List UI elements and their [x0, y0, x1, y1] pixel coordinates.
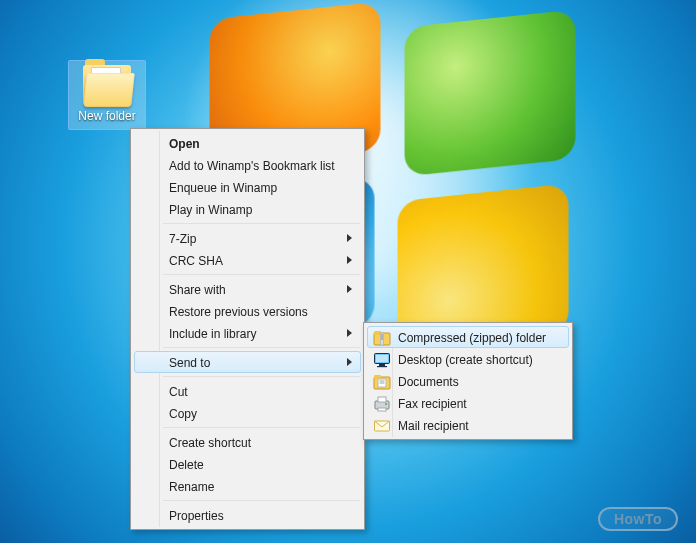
menu-send-to[interactable]: Send to	[134, 351, 361, 373]
documents-icon	[373, 373, 391, 391]
watermark-label: HowTo	[614, 511, 662, 527]
menu-label: Cut	[169, 385, 188, 399]
menu-open-label: Open	[169, 137, 200, 151]
fax-icon	[373, 395, 391, 413]
menu-label: Enqueue in Winamp	[169, 181, 277, 195]
menu-properties[interactable]: Properties	[134, 504, 361, 526]
submenu-label: Fax recipient	[398, 397, 467, 411]
menu-separator	[163, 376, 360, 377]
submenu-label: Documents	[398, 375, 459, 389]
menu-label: Include in library	[169, 327, 256, 341]
menu-separator	[163, 347, 360, 348]
submenu-desktop-shortcut[interactable]: Desktop (create shortcut)	[367, 348, 569, 370]
desktop-background[interactable]: New folder Open Add to Winamp's Bookmark…	[0, 0, 696, 543]
menu-label: 7-Zip	[169, 232, 196, 246]
submenu-arrow-icon	[347, 285, 352, 293]
desktop-icon-label: New folder	[71, 109, 143, 123]
menu-7zip[interactable]: 7-Zip	[134, 227, 361, 249]
menu-label: Send to	[169, 356, 210, 370]
folder-icon	[83, 65, 131, 105]
menu-label: Share with	[169, 283, 226, 297]
menu-play-winamp[interactable]: Play in Winamp	[134, 198, 361, 220]
menu-label: Add to Winamp's Bookmark list	[169, 159, 335, 173]
send-to-submenu: Compressed (zipped) folder Desktop (crea…	[363, 322, 573, 440]
menu-rename[interactable]: Rename	[134, 475, 361, 497]
submenu-label: Mail recipient	[398, 419, 469, 433]
svg-rect-8	[379, 364, 385, 366]
menu-label: Restore previous versions	[169, 305, 308, 319]
submenu-arrow-icon	[347, 329, 352, 337]
svg-point-18	[385, 403, 387, 405]
submenu-compressed-folder[interactable]: Compressed (zipped) folder	[367, 326, 569, 348]
menu-label: Copy	[169, 407, 197, 421]
svg-rect-11	[374, 375, 381, 379]
menu-label: CRC SHA	[169, 254, 223, 268]
menu-label: Play in Winamp	[169, 203, 252, 217]
submenu-label: Desktop (create shortcut)	[398, 353, 533, 367]
menu-enqueue-winamp[interactable]: Enqueue in Winamp	[134, 176, 361, 198]
submenu-arrow-icon	[347, 256, 352, 264]
svg-rect-17	[378, 408, 386, 411]
menu-separator	[163, 223, 360, 224]
mail-icon	[373, 417, 391, 435]
menu-share-with[interactable]: Share with	[134, 278, 361, 300]
menu-create-shortcut[interactable]: Create shortcut	[134, 431, 361, 453]
menu-crc-sha[interactable]: CRC SHA	[134, 249, 361, 271]
menu-restore-previous-versions[interactable]: Restore previous versions	[134, 300, 361, 322]
menu-separator	[163, 274, 360, 275]
menu-cut[interactable]: Cut	[134, 380, 361, 402]
menu-separator	[163, 427, 360, 428]
desktop-folder-icon[interactable]: New folder	[68, 60, 146, 130]
menu-label: Delete	[169, 458, 204, 472]
svg-rect-1	[374, 331, 381, 335]
howto-watermark: HowTo	[598, 507, 678, 531]
menu-copy[interactable]: Copy	[134, 402, 361, 424]
menu-delete[interactable]: Delete	[134, 453, 361, 475]
desktop-icon	[373, 351, 391, 369]
menu-open[interactable]: Open	[134, 132, 361, 154]
svg-rect-9	[377, 366, 387, 367]
zipped-folder-icon	[373, 329, 391, 347]
submenu-arrow-icon	[347, 234, 352, 242]
submenu-fax-recipient[interactable]: Fax recipient	[367, 392, 569, 414]
menu-label: Rename	[169, 480, 214, 494]
submenu-documents[interactable]: Documents	[367, 370, 569, 392]
submenu-arrow-icon	[347, 358, 352, 366]
menu-separator	[163, 500, 360, 501]
menu-label: Properties	[169, 509, 224, 523]
menu-include-in-library[interactable]: Include in library	[134, 322, 361, 344]
context-menu: Open Add to Winamp's Bookmark list Enque…	[130, 128, 365, 530]
svg-rect-16	[378, 397, 386, 402]
menu-add-winamp-bookmark[interactable]: Add to Winamp's Bookmark list	[134, 154, 361, 176]
submenu-label: Compressed (zipped) folder	[398, 331, 546, 345]
submenu-mail-recipient[interactable]: Mail recipient	[367, 414, 569, 436]
svg-rect-7	[376, 355, 389, 363]
menu-label: Create shortcut	[169, 436, 251, 450]
